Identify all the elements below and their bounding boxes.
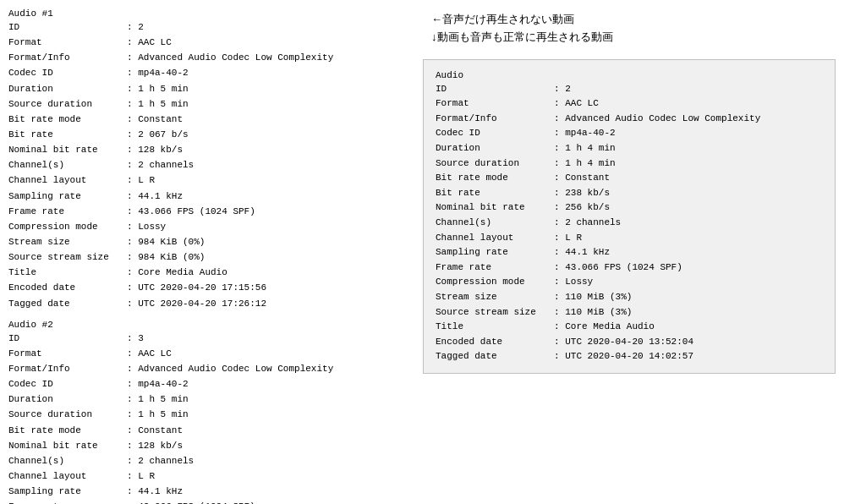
- audio2-value-12: 43.066 FPS (1024 SPF): [127, 499, 255, 504]
- audio2-value-10: L R: [127, 468, 155, 484]
- audio2-value-3: mp4a-40-2: [127, 376, 189, 392]
- card-row-9: Channel(s)2 channels: [436, 216, 823, 231]
- audio1-row-8: Nominal bit rate128 kb/s: [8, 142, 406, 157]
- audio1-row-16: TitleCore Media Audio: [8, 265, 406, 280]
- audio1-label-13: Compression mode: [8, 219, 127, 234]
- audio1-label-9: Channel(s): [8, 157, 127, 173]
- audio1-row-14: Stream size984 KiB (0%): [8, 234, 406, 249]
- card-value-15: 110 MiB (3%): [554, 305, 632, 320]
- card-label-11: Sampling rate: [436, 245, 554, 260]
- audio2-value-5: 1 h 5 min: [127, 407, 189, 422]
- audio2-value-8: 128 kb/s: [127, 438, 183, 453]
- audio1-row-3: Codec IDmp4a-40-2: [8, 65, 406, 80]
- audio1-value-5: 1 h 5 min: [127, 96, 189, 112]
- audio1-label-5: Source duration: [8, 96, 127, 112]
- card-value-13: Lossy: [554, 275, 593, 290]
- annotation-line-1: ←音声だけ再生されない動画: [431, 11, 836, 29]
- card-value-17: UTC 2020-04-20 13:52:04: [554, 335, 693, 350]
- card-value-0: 2: [554, 82, 571, 97]
- card-row-11: Sampling rate44.1 kHz: [436, 245, 823, 260]
- card-row-17: Encoded dateUTC 2020-04-20 13:52:04: [436, 335, 823, 350]
- audio1-row-9: Channel(s)2 channels: [8, 157, 406, 173]
- info-card: AudioID2FormatAAC LCFormat/InfoAdvanced …: [423, 59, 836, 374]
- card-row-15: Source stream size110 MiB (3%): [436, 305, 823, 320]
- card-label-7: Bit rate: [436, 186, 554, 201]
- card-label-2: Format/Info: [436, 112, 554, 127]
- card-label-12: Frame rate: [436, 260, 554, 276]
- card-label-16: Title: [436, 320, 554, 335]
- audio1-value-0: 2: [127, 19, 144, 35]
- card-value-2: Advanced Audio Codec Low Complexity: [554, 112, 760, 127]
- card-row-10: Channel layoutL R: [436, 231, 823, 246]
- card-label-18: Tagged date: [436, 349, 554, 364]
- audio1-value-17: UTC 2020-04-20 17:15:56: [127, 280, 266, 295]
- card-value-9: 2 channels: [554, 216, 621, 231]
- card-value-8: 256 kb/s: [554, 200, 610, 216]
- audio1-row-11: Sampling rate44.1 kHz: [8, 189, 406, 204]
- audio1-label-14: Stream size: [8, 234, 127, 249]
- audio1-row-13: Compression modeLossy: [8, 219, 406, 234]
- card-label-9: Channel(s): [436, 216, 554, 231]
- audio1-row-6: Bit rate modeConstant: [8, 112, 406, 127]
- audio2-label-0: ID: [8, 331, 127, 346]
- audio2-value-1: AAC LC: [127, 346, 172, 361]
- audio2-row-5: Source duration1 h 5 min: [8, 407, 406, 422]
- audio2-value-6: Constant: [127, 423, 183, 438]
- card-label-8: Nominal bit rate: [436, 200, 554, 216]
- audio1-section: Audio #1ID2FormatAAC LCFormat/InfoAdvanc…: [8, 8, 406, 311]
- audio1-label-2: Format/Info: [8, 50, 127, 65]
- card-label-1: Format: [436, 96, 554, 112]
- audio1-value-18: UTC 2020-04-20 17:26:12: [127, 296, 266, 311]
- audio1-value-7: 2 067 b/s: [127, 127, 189, 142]
- audio1-value-14: 984 KiB (0%): [127, 234, 205, 249]
- audio2-label-1: Format: [8, 346, 127, 361]
- audio1-value-10: L R: [127, 173, 155, 188]
- audio2-label-9: Channel(s): [8, 453, 127, 468]
- audio2-label-12: Frame rate: [8, 499, 127, 504]
- card-label-0: ID: [436, 82, 554, 97]
- card-label-14: Stream size: [436, 290, 554, 305]
- audio2-row-4: Duration1 h 5 min: [8, 392, 406, 407]
- right-panel: ←音声だけ再生されない動画 ↓動画も音声も正常に再生される動画 AudioID2…: [414, 0, 844, 504]
- audio2-row-3: Codec IDmp4a-40-2: [8, 376, 406, 392]
- audio1-row-10: Channel layoutL R: [8, 173, 406, 188]
- audio1-value-8: 128 kb/s: [127, 142, 183, 157]
- card-row-13: Compression modeLossy: [436, 275, 823, 290]
- audio1-label-1: Format: [8, 35, 127, 50]
- audio1-row-17: Encoded dateUTC 2020-04-20 17:15:56: [8, 280, 406, 295]
- card-row-16: TitleCore Media Audio: [436, 320, 823, 335]
- audio2-label-5: Source duration: [8, 407, 127, 422]
- audio1-value-9: 2 channels: [127, 157, 194, 173]
- card-label-5: Source duration: [436, 156, 554, 172]
- audio2-value-2: Advanced Audio Codec Low Complexity: [127, 361, 333, 376]
- card-label-10: Channel layout: [436, 231, 554, 246]
- card-value-7: 238 kb/s: [554, 186, 610, 201]
- card-value-18: UTC 2020-04-20 14:02:57: [554, 349, 693, 364]
- audio2-row-2: Format/InfoAdvanced Audio Codec Low Comp…: [8, 361, 406, 376]
- audio2-label-3: Codec ID: [8, 376, 127, 392]
- annotation-area: ←音声だけ再生されない動画 ↓動画も音声も正常に再生される動画: [423, 7, 836, 55]
- audio1-label-10: Channel layout: [8, 173, 127, 188]
- card-row-2: Format/InfoAdvanced Audio Codec Low Comp…: [436, 112, 823, 127]
- audio1-label-11: Sampling rate: [8, 189, 127, 204]
- audio2-label-4: Duration: [8, 392, 127, 407]
- card-label-17: Encoded date: [436, 335, 554, 350]
- card-row-6: Bit rate modeConstant: [436, 171, 823, 186]
- audio1-title: Audio #1: [8, 8, 406, 19]
- audio2-value-4: 1 h 5 min: [127, 392, 189, 407]
- audio2-row-0: ID3: [8, 331, 406, 346]
- audio1-row-2: Format/InfoAdvanced Audio Codec Low Comp…: [8, 50, 406, 65]
- card-label-6: Bit rate mode: [436, 171, 554, 186]
- audio1-label-18: Tagged date: [8, 296, 127, 311]
- card-value-4: 1 h 4 min: [554, 141, 616, 156]
- audio1-value-2: Advanced Audio Codec Low Complexity: [127, 50, 333, 65]
- card-label-3: Codec ID: [436, 126, 554, 141]
- card-row-12: Frame rate43.066 FPS (1024 SPF): [436, 260, 823, 276]
- audio1-value-1: AAC LC: [127, 35, 172, 50]
- audio2-row-11: Sampling rate44.1 kHz: [8, 484, 406, 499]
- audio1-row-0: ID2: [8, 19, 406, 35]
- audio2-title: Audio #2: [8, 320, 406, 330]
- card-row-5: Source duration1 h 4 min: [436, 156, 823, 172]
- audio1-row-4: Duration1 h 5 min: [8, 81, 406, 96]
- card-row-4: Duration1 h 4 min: [436, 141, 823, 156]
